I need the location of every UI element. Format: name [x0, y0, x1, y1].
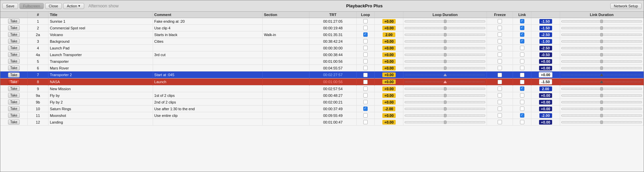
link-duration-slider[interactable]	[561, 108, 642, 110]
loop-value[interactable]: +0.00	[382, 120, 396, 125]
link-value[interactable]: +0.00	[539, 100, 552, 105]
loop-value[interactable]: +0.00	[382, 93, 396, 98]
loop-checkbox[interactable]	[363, 107, 368, 111]
link-value[interactable]: +0.00	[539, 107, 552, 111]
link-checkbox[interactable]	[520, 52, 524, 57]
loop-value[interactable]: +0.00	[382, 100, 396, 105]
link-checkbox[interactable]	[520, 87, 524, 91]
take-button[interactable]: Take	[8, 52, 20, 57]
freeze-checkbox[interactable]	[498, 93, 502, 98]
loop-duration-slider[interactable]	[405, 81, 485, 83]
loop-duration-slider[interactable]	[405, 67, 485, 69]
link-duration-slider[interactable]	[561, 40, 642, 42]
link-value[interactable]: -2.50	[539, 46, 552, 50]
link-checkbox[interactable]	[520, 59, 524, 63]
link-duration-slider[interactable]	[561, 27, 642, 29]
freeze-checkbox[interactable]	[498, 66, 502, 70]
take-button[interactable]: Take	[8, 25, 20, 30]
freeze-checkbox[interactable]	[498, 120, 502, 124]
loop-checkbox[interactable]	[363, 93, 368, 98]
link-value[interactable]: +0.00	[539, 72, 553, 77]
link-checkbox[interactable]	[520, 93, 524, 98]
loop-duration-slider[interactable]	[405, 74, 485, 76]
freeze-checkbox[interactable]	[498, 46, 502, 50]
loop-value[interactable]: +0.00	[382, 87, 396, 91]
link-checkbox[interactable]	[520, 73, 524, 77]
loop-duration-slider[interactable]	[405, 20, 485, 22]
link-value[interactable]: +0.00	[539, 59, 552, 64]
freeze-checkbox[interactable]	[498, 107, 502, 111]
link-duration-slider[interactable]	[561, 67, 642, 69]
link-duration-slider[interactable]	[561, 95, 642, 97]
loop-duration-slider[interactable]	[405, 60, 485, 62]
take-button[interactable]: Take	[8, 39, 20, 44]
take-button[interactable]: Take	[8, 86, 20, 91]
link-value[interactable]: -1.50	[539, 79, 552, 84]
loop-checkbox[interactable]	[363, 26, 368, 30]
link-duration-slider[interactable]	[561, 101, 642, 103]
loop-value[interactable]: +0.00	[382, 26, 396, 30]
freeze-checkbox[interactable]	[498, 113, 502, 118]
link-checkbox[interactable]	[520, 80, 524, 84]
link-checkbox[interactable]	[520, 120, 524, 124]
loop-value[interactable]: +0.00	[382, 79, 396, 84]
take-button[interactable]: Take	[8, 93, 20, 98]
link-value[interactable]: -2.50	[539, 32, 552, 37]
link-value[interactable]: -1.00	[539, 39, 552, 44]
loop-duration-slider[interactable]	[405, 47, 485, 49]
take-button[interactable]: Take	[8, 45, 20, 50]
link-value[interactable]: -1.50	[539, 19, 552, 24]
take-button[interactable]: Take	[8, 113, 20, 118]
freeze-checkbox[interactable]	[498, 52, 502, 57]
freeze-checkbox[interactable]	[498, 100, 502, 104]
freeze-checkbox[interactable]	[498, 73, 502, 77]
link-checkbox[interactable]	[520, 113, 524, 118]
loop-checkbox[interactable]	[363, 66, 368, 70]
loop-duration-slider[interactable]	[405, 88, 485, 90]
take-button[interactable]: Take	[8, 79, 20, 84]
link-value[interactable]: +0.00	[539, 120, 552, 125]
link-value[interactable]: 2.00	[539, 87, 552, 91]
loop-duration-slider[interactable]	[405, 95, 485, 97]
take-button[interactable]: Take	[8, 59, 20, 64]
take-button[interactable]: Take	[8, 106, 20, 111]
network-setup-button[interactable]: Network Setup	[610, 3, 642, 9]
fullscreen-button[interactable]: Fullscreen	[19, 3, 44, 9]
freeze-checkbox[interactable]	[498, 26, 502, 30]
loop-checkbox[interactable]	[363, 100, 368, 104]
link-duration-slider[interactable]	[561, 81, 642, 83]
freeze-checkbox[interactable]	[498, 19, 502, 23]
close-button[interactable]: Close	[45, 3, 62, 9]
link-checkbox[interactable]	[520, 26, 524, 30]
loop-checkbox[interactable]	[363, 59, 368, 63]
loop-checkbox[interactable]	[363, 19, 368, 23]
loop-duration-slider[interactable]	[405, 54, 485, 56]
link-duration-slider[interactable]	[561, 34, 642, 36]
loop-checkbox[interactable]	[363, 73, 368, 77]
loop-duration-slider[interactable]	[405, 40, 485, 42]
take-button[interactable]: Take	[8, 32, 20, 37]
link-duration-slider[interactable]	[561, 121, 642, 123]
take-button[interactable]: Take	[8, 72, 20, 77]
link-checkbox[interactable]	[520, 107, 524, 111]
loop-checkbox[interactable]	[363, 52, 368, 57]
loop-value[interactable]: +0.00	[382, 46, 396, 50]
freeze-checkbox[interactable]	[498, 39, 502, 43]
freeze-checkbox[interactable]	[498, 32, 502, 37]
loop-duration-slider[interactable]	[405, 108, 485, 110]
link-checkbox[interactable]	[520, 39, 524, 43]
link-checkbox[interactable]	[520, 100, 524, 104]
loop-checkbox[interactable]	[363, 113, 368, 118]
loop-duration-slider[interactable]	[405, 121, 485, 123]
link-duration-slider[interactable]	[561, 60, 642, 62]
link-duration-slider[interactable]	[561, 47, 642, 49]
loop-duration-slider[interactable]	[405, 34, 485, 36]
link-checkbox[interactable]	[520, 19, 524, 23]
link-value[interactable]: +0.00	[539, 93, 552, 98]
take-button[interactable]: Take	[8, 120, 20, 125]
link-checkbox[interactable]	[520, 66, 524, 70]
loop-value[interactable]: +0.00	[382, 72, 396, 77]
loop-value[interactable]: +0.00	[382, 39, 396, 44]
loop-duration-slider[interactable]	[405, 27, 485, 29]
loop-value[interactable]: +0.00	[382, 113, 396, 118]
